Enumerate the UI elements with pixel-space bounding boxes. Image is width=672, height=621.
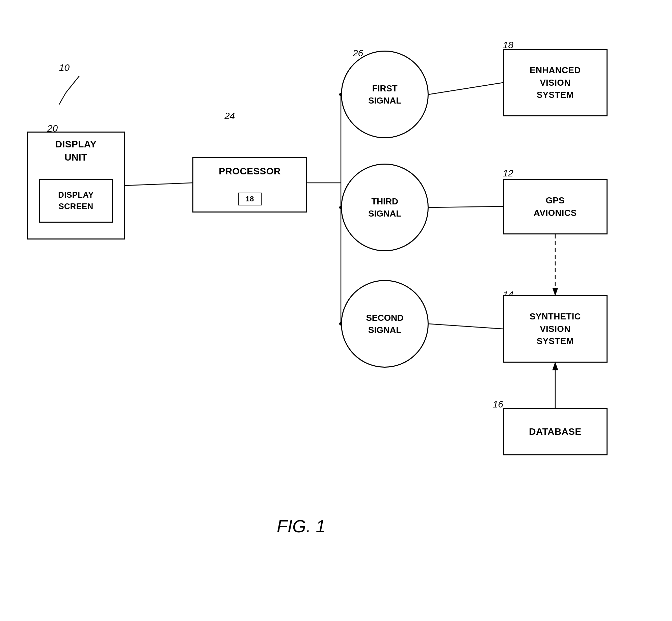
third-signal-label: THIRDSIGNAL — [368, 195, 401, 220]
svg-line-2 — [66, 76, 79, 93]
fig-label-text: FIG. 1 — [277, 516, 325, 536]
gps-avionics-box: GPSAVIONICS — [503, 179, 608, 234]
svg-line-12 — [429, 324, 503, 329]
ref-24: 24 — [224, 111, 235, 121]
second-signal-label: SECONDSIGNAL — [366, 312, 403, 336]
first-signal-label: FIRSTSIGNAL — [368, 82, 401, 107]
database-label: DATABASE — [529, 425, 581, 438]
svg-line-10 — [429, 83, 503, 94]
svg-line-11 — [429, 206, 503, 207]
display-screen-box: DISPLAYSCREEN — [39, 179, 113, 223]
ref-14: 12 — [503, 168, 513, 179]
diagram-container: 10 20 22 24 26 28 30 18 12 14 16 DISPLAY… — [0, 0, 672, 621]
database-box: DATABASE — [503, 408, 608, 455]
enhanced-vision-box: ENHANCEDVISIONSYSTEM — [503, 49, 608, 116]
processor-label: PROCESSOR — [219, 165, 280, 178]
figure-label: FIG. 1 — [277, 516, 325, 536]
synthetic-vision-box: SYNTHETICVISIONSYSTEM — [503, 295, 608, 363]
ref-18-label: 18 — [245, 194, 254, 204]
third-signal-circle: THIRDSIGNAL — [341, 164, 429, 251]
svg-line-3 — [59, 93, 66, 105]
second-signal-circle: SECONDSIGNAL — [341, 280, 429, 368]
first-signal-circle: FIRSTSIGNAL — [341, 51, 429, 138]
display-unit-label: DISPLAYUNIT — [55, 138, 97, 164]
processor-box: PROCESSOR 18 — [192, 157, 307, 213]
ref-10: 10 — [59, 62, 70, 73]
display-screen-label: DISPLAYSCREEN — [58, 189, 93, 212]
ref-25: 16 — [493, 399, 503, 410]
gps-avionics-label: GPSAVIONICS — [534, 194, 577, 219]
synthetic-vision-label: SYNTHETICVISIONSYSTEM — [530, 310, 581, 347]
svg-line-4 — [125, 183, 192, 186]
enhanced-vision-label: ENHANCEDVISIONSYSTEM — [530, 64, 581, 101]
